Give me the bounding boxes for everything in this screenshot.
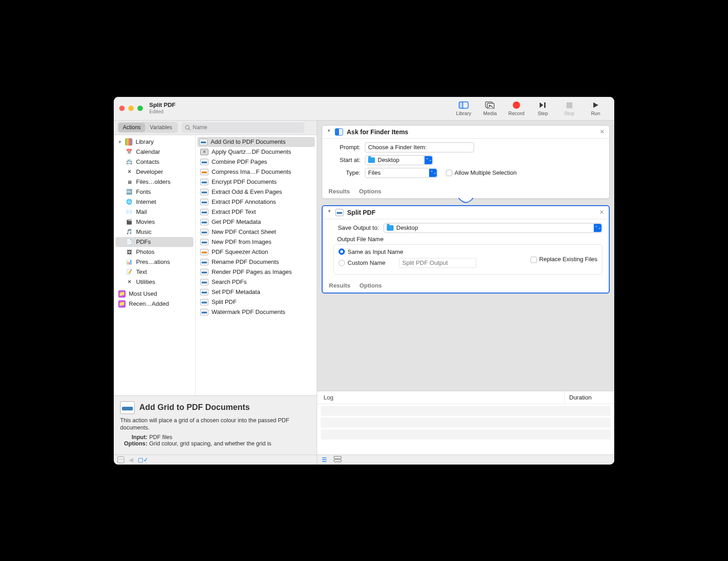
category-fonts[interactable]: 🔤Fonts — [114, 187, 195, 197]
workflow-canvas[interactable]: ▸ Ask for Finder Items ✕ Prompt: Choose … — [317, 121, 614, 391]
category-icon: 🌐 — [126, 198, 133, 206]
minimize-window-button[interactable] — [128, 106, 134, 111]
category-text[interactable]: 📝Text — [114, 267, 195, 277]
log-panel: Log Duration — [317, 391, 614, 455]
category-music[interactable]: 🎵Music — [114, 227, 195, 237]
library-toolbar-button[interactable]: Library — [450, 101, 477, 116]
options-disclosure[interactable]: Options — [359, 282, 382, 289]
prompt-field[interactable]: Choose a Finder Item: — [365, 142, 474, 152]
category-icon: ✕ — [126, 278, 133, 286]
description-input: Input: PDF files — [120, 434, 310, 440]
type-popup[interactable]: Files — [365, 168, 438, 178]
titlebar: Split PDF Edited Library Media Record St… — [114, 97, 614, 121]
action-get-pdf-metadata[interactable]: Get PDF Metadata — [196, 217, 317, 227]
category-mail[interactable]: ✉️Mail — [114, 207, 195, 217]
category-list[interactable]: ▾ Library 📅Calendar📇Contacts✕Developer🖥F… — [114, 135, 196, 395]
category-pdfs[interactable]: 📄PDFs — [116, 237, 193, 247]
stop-toolbar-button[interactable]: Stop — [556, 101, 582, 116]
radio-custom-name[interactable]: Custom Name — [339, 258, 522, 268]
svg-point-7 — [185, 125, 189, 129]
remove-action-button[interactable]: ✕ — [599, 209, 604, 216]
action-encrypt-pdf-documents[interactable]: Encrypt PDF Documents — [196, 177, 317, 187]
action-split-pdf[interactable]: Split PDF — [196, 297, 317, 307]
smart-folder-most-used[interactable]: 📁Most Used — [114, 289, 195, 299]
action-compress-ima-f-documents[interactable]: Compress Ima…F Documents — [196, 167, 317, 177]
category-icon: 🔤 — [126, 188, 133, 196]
action-icon — [200, 199, 208, 205]
smart-folder-icon: 📁 — [118, 300, 126, 308]
smart-folder-recen-added[interactable]: 📁Recen…Added — [114, 299, 195, 309]
category-internet[interactable]: 🌐Internet — [114, 197, 195, 207]
category-utilities[interactable]: ✕Utilities — [114, 277, 195, 287]
library-subtoolbar: Actions Variables — [114, 121, 317, 135]
step-toolbar-button[interactable]: Step — [530, 101, 556, 116]
action-watermark-pdf-documents[interactable]: Watermark PDF Documents — [196, 307, 317, 317]
category-pres-ations[interactable]: 📊Pres…ations — [114, 257, 195, 267]
save-output-popup[interactable]: Desktop — [384, 223, 602, 233]
workflow-indicator-icon: ▢✓ — [138, 456, 148, 463]
workflow-action-ask-finder[interactable]: ▸ Ask for Finder Items ✕ Prompt: Choose … — [322, 125, 610, 199]
action-pdf-squeezer-action[interactable]: PDF Squeezer Action — [196, 247, 317, 257]
category-calendar[interactable]: 📅Calendar — [114, 147, 195, 157]
action-combine-pdf-pages[interactable]: Combine PDF Pages — [196, 157, 317, 167]
action-add-grid-to-pdf-documents[interactable]: Add Grid to PDF Documents — [197, 137, 315, 147]
actions-list[interactable]: Add Grid to PDF DocumentsApply Quartz…DF… — [196, 135, 317, 395]
action-rename-pdf-documents[interactable]: Rename PDF Documents — [196, 257, 317, 267]
finder-icon — [335, 128, 343, 136]
action-new-pdf-contact-sheet[interactable]: New PDF Contact Sheet — [196, 227, 317, 237]
log-view-button[interactable]: ☰ — [322, 456, 327, 463]
action-icon — [200, 179, 208, 185]
action-apply-quartz-df-documents[interactable]: Apply Quartz…DF Documents — [196, 147, 317, 157]
disclosure-icon[interactable]: ▸ — [327, 210, 333, 215]
variables-view-button[interactable] — [334, 456, 342, 464]
duration-column-header[interactable]: Duration — [564, 391, 614, 404]
options-disclosure[interactable]: Options — [359, 188, 381, 195]
start-at-popup[interactable]: Desktop — [365, 155, 433, 165]
library-lists: ▾ Library 📅Calendar📇Contacts✕Developer🖥F… — [114, 135, 317, 395]
results-disclosure[interactable]: Results — [329, 282, 350, 289]
results-disclosure[interactable]: Results — [329, 188, 350, 195]
action-render-pdf-pages-as-images[interactable]: Render PDF Pages as Images — [196, 267, 317, 277]
action-extract-odd-even-pages[interactable]: Extract Odd & Even Pages — [196, 187, 317, 197]
tab-actions[interactable]: Actions — [118, 123, 145, 132]
category-files-olders[interactable]: 🖥Files…olders — [114, 177, 195, 187]
zoom-window-button[interactable] — [137, 106, 143, 111]
description-body: This action will place a grid of a chose… — [120, 417, 310, 432]
category-icon: 📅 — [126, 148, 133, 156]
action-icon — [200, 239, 208, 245]
radio-same-name[interactable]: Same as Input Name — [339, 248, 522, 255]
category-icon: 📊 — [126, 258, 133, 266]
replace-existing-checkbox[interactable]: Replace Existing Files — [531, 256, 597, 263]
history-back-button[interactable]: ◀ — [129, 456, 133, 463]
action-icon — [200, 309, 208, 315]
disclosure-icon[interactable]: ▸ — [326, 130, 332, 134]
chevron-down-icon: ▾ — [117, 139, 122, 144]
action-icon — [200, 289, 208, 295]
record-toolbar-button[interactable]: Record — [503, 101, 530, 116]
search-field[interactable] — [182, 122, 304, 133]
category-movies[interactable]: 🎬Movies — [114, 217, 195, 227]
category-developer[interactable]: ✕Developer — [114, 167, 195, 177]
category-contacts[interactable]: 📇Contacts — [114, 157, 195, 167]
action-extract-pdf-annotations[interactable]: Extract PDF Annotations — [196, 197, 317, 207]
media-toolbar-button[interactable]: Media — [477, 101, 503, 116]
search-input[interactable] — [193, 124, 301, 131]
remove-action-button[interactable]: ✕ — [600, 128, 605, 135]
log-column-header[interactable]: Log — [317, 394, 564, 401]
run-toolbar-button[interactable]: Run — [582, 101, 609, 116]
action-search-pdfs[interactable]: Search PDFs — [196, 277, 317, 287]
options-menu-button[interactable]: ⋯ — [117, 456, 124, 463]
category-photos[interactable]: 🖼Photos — [114, 247, 195, 257]
category-icon: 📝 — [126, 268, 133, 276]
record-icon — [511, 101, 521, 110]
action-description: Add Grid to PDF Documents This action wi… — [114, 395, 317, 455]
search-icon — [185, 125, 191, 131]
action-set-pdf-metadata[interactable]: Set PDF Metadata — [196, 287, 317, 297]
category-library-root[interactable]: ▾ Library — [114, 137, 195, 147]
workflow-action-split-pdf[interactable]: ▸ Split PDF ✕ Save Output to: Desktop — [322, 205, 610, 293]
action-extract-pdf-text[interactable]: Extract PDF Text — [196, 207, 317, 217]
close-window-button[interactable] — [119, 106, 125, 111]
allow-multiple-checkbox[interactable]: Allow Multiple Selection — [446, 169, 517, 177]
action-new-pdf-from-images[interactable]: New PDF from Images — [196, 237, 317, 247]
tab-variables[interactable]: Variables — [145, 123, 177, 132]
